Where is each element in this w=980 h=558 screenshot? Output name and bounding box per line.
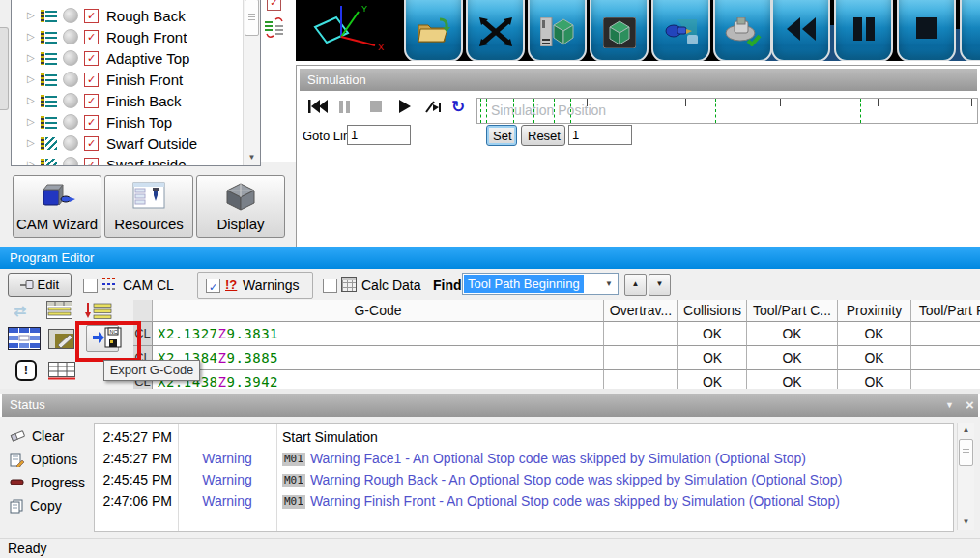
expand-arrow-icon[interactable]: ▷: [27, 26, 38, 47]
clear-button[interactable]: Clear: [10, 425, 64, 448]
reorder-operations-icon[interactable]: [264, 15, 285, 39]
rewind-button[interactable]: [771, 0, 830, 61]
resources-button[interactable]: Resources: [104, 175, 193, 238]
log-scroll-down-icon[interactable]: [958, 514, 974, 530]
copy-button[interactable]: Copy: [10, 494, 62, 517]
column-header-collisions[interactable]: Collisions: [678, 300, 747, 322]
column-header-proximity[interactable]: Proximity: [838, 300, 911, 322]
fit-view-button[interactable]: [466, 0, 525, 61]
item-checkbox[interactable]: ✓: [84, 94, 99, 108]
find-combobox[interactable]: Tool Path Beginning: [462, 273, 619, 295]
machine-verify-button[interactable]: [713, 0, 772, 61]
loop-button[interactable]: ↻: [451, 98, 465, 115]
tree-item-label: Swarf Outside: [106, 135, 197, 152]
item-checkbox[interactable]: ✓: [84, 73, 99, 87]
progress-button[interactable]: Progress: [10, 471, 85, 494]
gcode-row[interactable]: CLX2.1438Z9.3942OKOKOK: [133, 370, 980, 389]
status-panel-title-bar[interactable]: Status: [2, 394, 978, 417]
open-file-button[interactable]: [404, 0, 463, 61]
combo-dropdown-icon[interactable]: [602, 274, 616, 294]
tool_part_p-cell: [911, 322, 980, 346]
stop-button[interactable]: [897, 0, 956, 61]
tree-item-swarf-outside[interactable]: ▷✓Swarf Outside: [12, 132, 243, 154]
position-input[interactable]: [568, 125, 632, 145]
column-header-tool-part-c-[interactable]: Tool/Part C...: [747, 300, 838, 322]
edit-table-icon[interactable]: [48, 329, 74, 349]
reset-button[interactable]: Reset: [521, 125, 565, 146]
sync-icon[interactable]: ⇄: [14, 302, 26, 320]
statusbar: Ready: [0, 538, 980, 558]
item-checkbox[interactable]: ✓: [84, 9, 99, 23]
panel-splitter-handle[interactable]: [0, 27, 9, 110]
item-checkbox[interactable]: ✓: [84, 51, 99, 66]
insert-rows-icon[interactable]: [85, 302, 112, 320]
status-close-icon[interactable]: [966, 394, 974, 417]
log-message: M01Warning Rough Back - An Optional Stop…: [282, 469, 842, 490]
tree-item-finish-back[interactable]: ▷✓Finish Back: [12, 90, 243, 111]
warning-octagon-icon[interactable]: [15, 360, 37, 381]
expand-arrow-icon[interactable]: ▷: [27, 47, 38, 69]
tree-item-rough-back[interactable]: ▷✓Rough Back: [12, 5, 243, 26]
expand-arrow-icon[interactable]: ▷: [27, 132, 38, 154]
program-editor-title-bar[interactable]: Program Editor: [0, 247, 980, 269]
table-underline-icon[interactable]: [48, 362, 75, 380]
checkbox-red-check-icon[interactable]: [267, 0, 281, 11]
edit-button[interactable]: Edit: [8, 273, 72, 297]
column-header-g-code[interactable]: G-Code: [153, 300, 604, 322]
status-menu-icon[interactable]: [945, 394, 954, 417]
column-header-overtrav-[interactable]: Overtrav...: [604, 300, 678, 322]
tool-sphere-icon: [63, 157, 78, 166]
item-checkbox[interactable]: ✓: [84, 115, 99, 130]
tree-item-finish-top[interactable]: ▷✓Finish Top: [12, 111, 243, 132]
sim-pause-button[interactable]: [339, 98, 350, 115]
item-checkbox[interactable]: ✓: [84, 158, 99, 167]
options-button[interactable]: Options: [10, 448, 77, 471]
log-scroll-up-icon[interactable]: [958, 423, 974, 438]
clear-label: Clear: [32, 428, 64, 444]
simulation-panel-title[interactable]: Simulation: [300, 69, 977, 91]
item-checkbox[interactable]: ✓: [84, 136, 99, 151]
expand-arrow-icon[interactable]: ▷: [27, 5, 38, 26]
tree-scroll-down-icon[interactable]: [244, 150, 260, 165]
simulation-position-slider[interactable]: Simulation Position: [476, 98, 978, 124]
solid-view-button[interactable]: [590, 0, 649, 61]
partial-button[interactable]: [960, 0, 980, 61]
cam-wizard-button[interactable]: CAM Wizard: [13, 175, 101, 238]
item-checkbox[interactable]: ✓: [84, 30, 99, 44]
tree-item-rough-front[interactable]: ▷✓Rough Front: [12, 26, 243, 47]
tool-display-button[interactable]: [651, 0, 710, 61]
set-button[interactable]: Set: [486, 125, 517, 146]
pause-button[interactable]: [834, 0, 893, 61]
tree-item-swarf-inside[interactable]: ▷✓Swarf Inside: [12, 154, 243, 166]
tree-item-finish-front[interactable]: ▷✓Finish Front: [12, 69, 243, 90]
verify-solid-button[interactable]: [528, 0, 587, 61]
data-grid-icon[interactable]: [8, 327, 41, 350]
expand-arrow-icon[interactable]: ▷: [27, 154, 38, 166]
find-previous-button[interactable]: [624, 274, 647, 296]
go-to-start-button[interactable]: [308, 98, 328, 115]
log-scrollbar-thumb[interactable]: [959, 439, 973, 466]
gcode-row[interactable]: CLX2.1384Z9.3885OKOKOK: [133, 346, 980, 370]
tree-item-label: Finish Back: [106, 93, 182, 109]
warnings-toggle-group[interactable]: !? Warnings: [197, 272, 313, 299]
log-scrollbar[interactable]: [957, 423, 974, 530]
tree-scrollbar[interactable]: [243, 0, 260, 165]
calc-data-checkbox[interactable]: [323, 279, 337, 293]
find-next-button[interactable]: [649, 274, 671, 296]
expand-arrow-icon[interactable]: ▷: [27, 69, 38, 90]
column-header-tool-part-p[interactable]: Tool/Part P: [911, 300, 980, 322]
tree-item-adaptive-top[interactable]: ▷✓Adaptive Top: [12, 47, 243, 69]
single-step-button[interactable]: [424, 98, 442, 115]
warnings-checkbox[interactable]: [206, 279, 220, 293]
toolpath-marker-tick: [860, 99, 861, 123]
sim-stop-button[interactable]: [370, 98, 382, 115]
table-rows-icon[interactable]: [46, 301, 72, 319]
expand-arrow-icon[interactable]: ▷: [27, 111, 38, 132]
expand-arrow-icon[interactable]: ▷: [27, 90, 38, 111]
tree-scrollbar-thumb[interactable]: [245, 0, 259, 36]
sim-play-button[interactable]: [399, 98, 411, 115]
display-button[interactable]: Display: [196, 175, 285, 238]
gcode-row[interactable]: CLX2.1327Z9.3831OKOKOK: [133, 322, 980, 346]
cam-cl-checkbox[interactable]: [83, 279, 98, 293]
goto-line-input[interactable]: [347, 125, 411, 145]
